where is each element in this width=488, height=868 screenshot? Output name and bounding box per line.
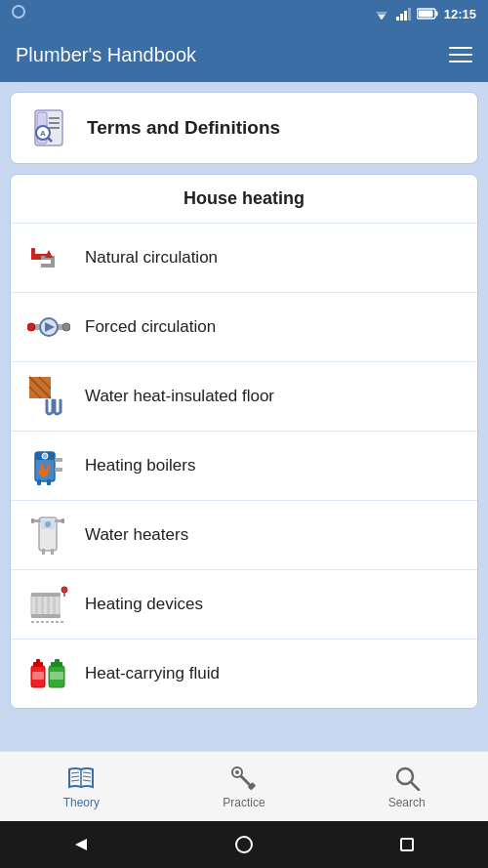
- hamburger-line-2: [449, 54, 472, 56]
- svg-rect-51: [43, 595, 48, 616]
- list-item[interactable]: Natural circulation: [11, 224, 477, 293]
- bottom-nav: Theory Practice Search: [0, 751, 488, 821]
- hamburger-line-3: [449, 61, 472, 62]
- list-item[interactable]: Heat-carrying fluid: [11, 640, 477, 708]
- forced-circulation-label: Forced circulation: [85, 317, 216, 337]
- app-title: Plumber's Handbook: [16, 44, 196, 66]
- svg-rect-49: [31, 595, 36, 616]
- terms-card[interactable]: A Terms and Definitions: [10, 92, 478, 164]
- app-bar: Plumber's Handbook: [0, 27, 488, 82]
- heat-carrying-fluid-label: Heat-carrying fluid: [85, 664, 220, 683]
- tab-practice[interactable]: Practice: [163, 752, 326, 821]
- hamburger-line-1: [449, 47, 472, 49]
- svg-rect-3: [396, 17, 399, 21]
- svg-line-79: [411, 782, 419, 790]
- menu-button[interactable]: [449, 47, 472, 62]
- svg-rect-52: [49, 595, 54, 616]
- practice-icon: [230, 765, 258, 792]
- svg-line-69: [71, 776, 79, 777]
- android-back-button[interactable]: [71, 835, 91, 854]
- theory-label: Theory: [63, 796, 100, 809]
- heating-boilers-label: Heating boilers: [85, 456, 195, 475]
- svg-rect-5: [404, 11, 407, 21]
- svg-line-73: [83, 780, 91, 781]
- time-display: 12:15: [444, 7, 476, 21]
- wifi-icon: [374, 7, 389, 21]
- svg-rect-22: [41, 264, 55, 268]
- section-header: House heating: [11, 175, 477, 224]
- svg-rect-39: [55, 468, 62, 472]
- svg-rect-19: [31, 248, 35, 260]
- svg-marker-2: [380, 18, 384, 21]
- svg-rect-44: [31, 518, 34, 523]
- main-content: A Terms and Definitions House heating: [0, 82, 488, 751]
- water-heaters-label: Water heaters: [85, 525, 188, 545]
- android-recents-button[interactable]: [397, 835, 417, 854]
- section-card: House heating Natural circulation: [10, 174, 478, 709]
- status-bar-left: [12, 5, 25, 22]
- signal-icon: [395, 7, 411, 21]
- heating-devices-icon: [26, 582, 71, 627]
- svg-rect-8: [435, 12, 437, 17]
- svg-line-71: [83, 772, 91, 773]
- tab-theory[interactable]: Theory: [0, 752, 163, 821]
- svg-rect-47: [42, 549, 45, 555]
- terms-title: Terms and Definitions: [87, 117, 280, 139]
- list-item[interactable]: Heating devices: [11, 570, 477, 640]
- svg-rect-61: [36, 659, 40, 663]
- svg-point-27: [27, 323, 35, 331]
- water-heaters-icon: [26, 513, 71, 558]
- svg-text:A: A: [40, 129, 46, 138]
- svg-line-68: [71, 772, 79, 773]
- list-item[interactable]: Heating boilers: [11, 432, 477, 501]
- search-label: Search: [388, 796, 426, 809]
- practice-label: Practice: [223, 796, 264, 809]
- heating-devices-label: Heating devices: [85, 595, 203, 614]
- water-heat-floor-label: Water heat-insulated floor: [85, 387, 274, 406]
- terms-icon: A: [26, 104, 73, 151]
- svg-rect-66: [50, 672, 63, 680]
- natural-circulation-label: Natural circulation: [85, 248, 218, 268]
- svg-rect-38: [55, 458, 62, 462]
- svg-rect-36: [37, 479, 41, 485]
- svg-rect-82: [401, 839, 413, 850]
- heat-carrying-fluid-icon: [26, 651, 71, 696]
- list-item[interactable]: Forced circulation: [11, 293, 477, 362]
- svg-rect-6: [408, 8, 411, 21]
- natural-circulation-icon: [26, 235, 71, 280]
- svg-rect-9: [418, 11, 432, 18]
- theory-icon: [67, 765, 95, 792]
- svg-point-42: [45, 521, 51, 527]
- forced-circulation-icon: [26, 305, 71, 350]
- svg-point-75: [235, 770, 239, 774]
- svg-line-70: [71, 780, 79, 781]
- water-heat-floor-icon: [26, 374, 71, 419]
- svg-rect-50: [37, 595, 42, 616]
- status-bar-right: 12:15: [374, 7, 476, 21]
- svg-point-57: [61, 587, 67, 593]
- svg-point-28: [62, 323, 70, 331]
- svg-rect-62: [32, 672, 44, 680]
- svg-rect-37: [47, 479, 51, 485]
- camera-icon: [12, 5, 25, 19]
- svg-rect-46: [61, 518, 64, 523]
- android-nav-bar: [0, 821, 488, 868]
- list-item[interactable]: Water heat-insulated floor: [11, 362, 477, 432]
- heating-boilers-icon: [26, 443, 71, 488]
- svg-rect-55: [31, 614, 61, 618]
- svg-point-81: [236, 837, 252, 852]
- tab-search[interactable]: Search: [325, 752, 488, 821]
- svg-rect-65: [55, 659, 60, 663]
- svg-point-35: [42, 453, 48, 459]
- svg-rect-48: [51, 549, 54, 555]
- svg-rect-53: [55, 595, 60, 616]
- svg-rect-4: [400, 14, 403, 21]
- battery-icon: [417, 8, 438, 20]
- svg-rect-54: [31, 593, 61, 597]
- list-item[interactable]: Water heaters: [11, 501, 477, 570]
- android-home-button[interactable]: [234, 835, 254, 854]
- search-icon: [393, 765, 421, 792]
- status-bar: 12:15: [0, 0, 488, 27]
- svg-marker-80: [75, 839, 87, 850]
- svg-line-72: [83, 776, 91, 777]
